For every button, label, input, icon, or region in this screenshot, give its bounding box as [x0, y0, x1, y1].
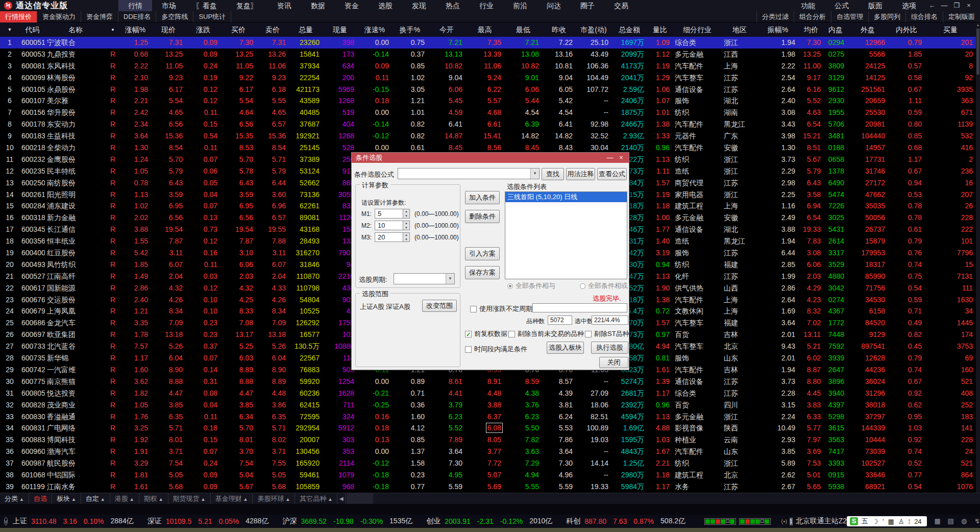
index-创业[interactable]: 创业2003.91-2.31-0.12%2010亿 [426, 517, 559, 526]
column-header-昨收[interactable]: 昨收 [542, 22, 576, 37]
satellite-icon[interactable]: ◍ [958, 516, 971, 526]
checkbox-time-range[interactable]: 时间段内满足条件 [465, 345, 527, 354]
table-row[interactable]: 1600051宁波联合1.257.310.097.307.31232603980… [0, 37, 976, 49]
ime-icon[interactable]: ♙ [898, 518, 904, 525]
menu-item-市场[interactable]: 市场 [152, 0, 186, 11]
index-沪深[interactable]: 沪深3689.52-10.98-0.30%1535亿 [282, 517, 419, 526]
tab-scroll-left-icon[interactable]: ◀ [337, 493, 346, 504]
column-header-卖价[interactable]: 卖价 [256, 22, 289, 37]
param-m2-input[interactable]: 10 [375, 221, 403, 230]
menu-item-圈子[interactable]: 圈子 [571, 0, 604, 11]
scrollbar-up-icon[interactable]: ▲ [976, 22, 980, 28]
menu-item-版面[interactable]: 版面 [859, 0, 892, 11]
table-row[interactable]: 32600828茂业商业R1.053.850.043.853.866241571… [0, 399, 976, 411]
column-header-代码[interactable]: 代码 [19, 22, 45, 37]
change-range-button[interactable]: 改变范围 [422, 300, 457, 312]
table-row[interactable]: 6600107美尔雅R2.215.540.125.545.55435891268… [0, 95, 976, 107]
table-row[interactable]: 36600960渤海汽车R1.913.710.073.703.711304563… [0, 446, 976, 457]
toolbar-item-行情报价[interactable]: 行情报价 [0, 11, 37, 22]
tab-板块[interactable]: 板块▲ [52, 493, 81, 504]
param-m3-stepper[interactable]: ▲▼ [403, 232, 410, 242]
checkbox-exclude-st[interactable]: 剔除ST品种 [585, 329, 629, 338]
ime-icon[interactable]: ’ [883, 518, 884, 525]
dialog-title[interactable]: 条件选股 [352, 153, 629, 163]
ime-icon[interactable]: S [850, 517, 858, 525]
column-header-内盘[interactable]: 内盘 [824, 22, 847, 37]
table-row[interactable]: 2600053九鼎投资R0.6813.250.0913.2513.2615841… [0, 49, 976, 60]
back-icon[interactable]: ← [926, 0, 938, 11]
radio-all-or[interactable]: 全部条件相或 [580, 281, 628, 291]
menu-item-热点[interactable]: 热点 [436, 0, 470, 11]
table-row[interactable]: 34600831广电网络R3.255.710.185.705.712929545… [0, 422, 976, 434]
menu-item-行业[interactable]: 行业 [470, 0, 503, 11]
condition-list-item[interactable]: 三线首阳 (5,10,20) 日线 [505, 192, 627, 202]
column-header-名称[interactable]: 名称 [45, 22, 106, 37]
keyboard-icon[interactable]: ▦ [931, 516, 944, 526]
column-header-市盈(动)[interactable]: 市盈(动) [576, 22, 611, 37]
updown-period-field[interactable] [532, 303, 627, 312]
column-header-外盘[interactable]: 外盘 [847, 22, 888, 37]
view-formula-button[interactable]: 查看公式 [597, 168, 627, 180]
checkbox-exclude-untraded[interactable]: 剔除当前未交易的品种 [508, 329, 584, 338]
table-scrollbar[interactable]: ▲ [976, 22, 980, 493]
minimize-icon[interactable]: — [938, 0, 950, 11]
monitor-icon[interactable]: ▤ [944, 516, 958, 526]
toolbar-item-自选管理[interactable]: 自选管理 [831, 11, 868, 22]
delete-condition-button[interactable]: 删除条件 [465, 210, 500, 223]
tab-其它品种[interactable]: 其它品种▲ [295, 493, 337, 504]
ime-icon[interactable]: 五 [862, 517, 868, 526]
column-header-涨幅%[interactable]: 涨幅% [119, 22, 151, 37]
toolbar-item-分类过滤[interactable]: 分类过滤 [756, 11, 794, 22]
menu-item-发现[interactable]: 发现 [402, 0, 436, 11]
table-row[interactable]: 30600775南京熊猫R3.628.880.318.888.895992012… [0, 376, 976, 388]
toolbar-item-组合分析[interactable]: 组合分析 [794, 11, 831, 22]
table-row[interactable]: 31600805悦达投资R1.824.470.084.474.486023616… [0, 388, 976, 399]
column-header-细分行业[interactable]: 细分行业 [673, 22, 722, 37]
column-header-振幅%[interactable]: 振幅% [757, 22, 798, 37]
usage-note-button[interactable]: 用法注释 [566, 168, 595, 180]
toolbar-item-资金博弈[interactable]: 资金博弈 [81, 11, 118, 22]
column-header-现价[interactable]: 现价 [151, 22, 186, 37]
tab-期货现货[interactable]: 期货现货▲ [168, 493, 211, 504]
dialog-minimize-icon[interactable]: — [604, 153, 616, 163]
column-header-最低[interactable]: 最低 [504, 22, 542, 37]
column-header-地区[interactable]: 地区 [722, 22, 757, 37]
toolbar-item-多空阵线[interactable]: 多空阵线 [156, 11, 193, 22]
dialog-close-icon[interactable]: × [616, 153, 627, 163]
execute-selection-button[interactable]: 执行选股 [591, 342, 628, 354]
scrollbar-thumb[interactable] [976, 29, 979, 75]
param-m3-input[interactable]: 20 [375, 232, 403, 242]
toolbar-item-多股同列[interactable]: 多股同列 [868, 11, 905, 22]
toolbar-item-DDE排名[interactable]: DDE排名 [118, 11, 156, 22]
table-row[interactable]: 7600156华升股份R2.424.650.114.644.6540485519… [0, 107, 976, 118]
column-header-买量[interactable]: 买量 [925, 22, 976, 37]
close-button[interactable]: 关闭 [599, 357, 628, 368]
find-button[interactable]: 查找 [542, 168, 564, 180]
period-combobox[interactable]: 日线▼ [394, 273, 455, 284]
save-plan-button[interactable]: 保存方案 [465, 266, 500, 279]
toolbar-item-SUP统计[interactable]: SUP统计 [193, 11, 231, 22]
close-icon[interactable]: × [963, 0, 975, 11]
index-科创[interactable]: 科创887.807.630.87%508.2亿 [566, 517, 692, 526]
condition-listbox[interactable]: 三线首阳 (5,10,20) 日线 [505, 191, 627, 279]
tab-自定[interactable]: 自定▲ [81, 493, 110, 504]
formula-combobox[interactable]: 三线首阳 -▼ [398, 168, 540, 179]
column-header-量比[interactable]: 量比 [647, 22, 673, 37]
import-plan-button[interactable]: 引入方案 [465, 247, 500, 260]
ime-toolbar[interactable]: S五☽’▦♙⁞24 [847, 516, 927, 526]
menu-item-选项[interactable]: 选项 [892, 0, 926, 11]
menu-item-公式[interactable]: 公式 [825, 0, 859, 11]
column-header-涨速%[interactable]: 涨速% [357, 22, 392, 37]
menu-item-交易[interactable]: 交易 [604, 0, 638, 11]
param-m1-input[interactable]: 5 [375, 209, 403, 219]
menu-item-复盘〗[interactable]: 复盘〗 [227, 0, 267, 11]
power-icon[interactable]: ↯ [971, 516, 980, 526]
select-to-block-button[interactable]: 选股入板块 [547, 342, 584, 354]
index-上证[interactable]: 上证3110.483.160.10%2884亿 [13, 517, 140, 526]
sort-indicator-icon[interactable]: ▼ [0, 22, 19, 37]
tab-自选[interactable]: 自选 [29, 493, 52, 504]
chevron-down-icon[interactable]: ▼ [530, 168, 539, 179]
tab-美股环球[interactable]: 美股环球▲ [253, 493, 295, 504]
table-row[interactable]: 8600178东安动力R2.346.560.156.566.5737687404… [0, 118, 976, 130]
column-header-换手%[interactable]: 换手% [392, 22, 428, 37]
